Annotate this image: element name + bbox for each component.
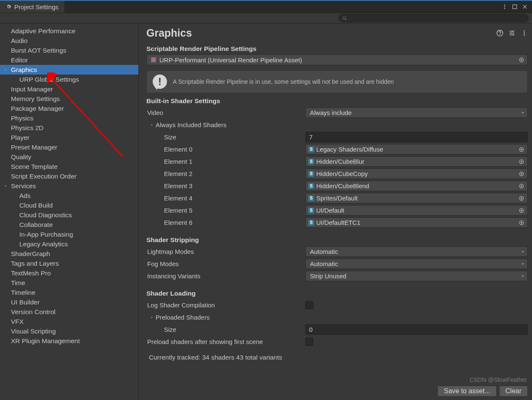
sliders-icon[interactable] xyxy=(508,29,516,37)
video-dropdown[interactable]: Always include xyxy=(305,107,528,118)
sidebar-item-xr-plugin-management[interactable]: XR Plugin Management xyxy=(0,336,138,346)
element-4-label: Element 4 xyxy=(146,195,305,202)
element-1-field[interactable]: SHidden/CubeBlur xyxy=(305,156,528,167)
lightmap-dropdown[interactable]: Automatic xyxy=(305,246,528,257)
sidebar-item-physics-2d[interactable]: Physics 2D xyxy=(0,123,138,133)
save-to-asset-button[interactable]: Save to asset... xyxy=(437,386,496,397)
element-4-field[interactable]: SSprites/Default xyxy=(305,193,528,203)
shader-icon: S xyxy=(308,195,314,201)
sidebar-item-legacy-analytics[interactable]: Legacy Analytics xyxy=(0,239,138,249)
sidebar-item-label: Preset Manager xyxy=(11,144,57,151)
sidebar-item-scene-template[interactable]: Scene Template xyxy=(0,162,138,171)
sidebar-item-label: Time xyxy=(11,279,25,286)
help-icon[interactable] xyxy=(496,29,503,37)
sidebar-item-textmesh-pro[interactable]: TextMesh Pro xyxy=(0,268,138,278)
srp-asset-field[interactable]: URP-Performant (Universal Render Pipelin… xyxy=(146,54,528,65)
object-picker-icon[interactable] xyxy=(517,56,526,64)
sidebar-item-label: Burst AOT Settings xyxy=(11,47,66,54)
kebab-icon[interactable] xyxy=(521,29,528,37)
sidebar-item-label: Services xyxy=(11,182,36,189)
sidebar-item-preset-manager[interactable]: Preset Manager xyxy=(0,142,138,152)
shader-icon: S xyxy=(308,147,314,152)
sidebar-item-ads[interactable]: Ads xyxy=(0,191,138,200)
sidebar-item-label: Tags and Layers xyxy=(11,260,59,267)
fog-dropdown[interactable]: Automatic xyxy=(305,259,528,269)
object-picker-icon[interactable] xyxy=(517,157,526,166)
element-6-label: Element 6 xyxy=(146,219,305,226)
sidebar-item-label: Legacy Analytics xyxy=(19,240,68,248)
sidebar-item-package-manager[interactable]: Package Manager xyxy=(0,104,138,113)
pipeline-asset-icon xyxy=(150,56,157,63)
kebab-icon[interactable] xyxy=(502,4,508,10)
sidebar-item-vfx[interactable]: VFX xyxy=(0,317,138,326)
maximize-icon[interactable] xyxy=(512,4,518,10)
sidebar-item-cloud-build[interactable]: Cloud Build xyxy=(0,200,138,210)
log-shader-label: Log Shader Compilation xyxy=(146,301,305,309)
tab-project-settings[interactable]: Project Settings xyxy=(0,1,65,13)
sidebar-item-shadergraph[interactable]: ShaderGraph xyxy=(0,249,138,259)
sidebar-item-label: Cloud Build xyxy=(19,202,53,209)
element-5-field[interactable]: SUI/Default xyxy=(305,205,528,216)
preload-after-checkbox[interactable] xyxy=(305,338,313,346)
sidebar-item-adaptive-performance[interactable]: Adaptive Performance xyxy=(0,26,138,36)
sidebar-item-services[interactable]: Services xyxy=(0,181,138,191)
sidebar-item-in-app-purchasing[interactable]: In-App Purchasing xyxy=(0,229,138,239)
sidebar-item-quality[interactable]: Quality xyxy=(0,152,138,162)
preload-after-label: Preload shaders after showing first scen… xyxy=(146,338,305,345)
clear-button[interactable]: Clear xyxy=(499,386,528,397)
element-5-label: Element 5 xyxy=(146,207,305,214)
sidebar-item-input-manager[interactable]: Input Manager xyxy=(0,84,138,94)
sidebar-item-memory-settings[interactable]: Memory Settings xyxy=(0,94,138,104)
sidebar-item-collaborate[interactable]: Collaborate xyxy=(0,220,138,229)
object-picker-icon[interactable] xyxy=(517,145,526,154)
element-3-field[interactable]: SHidden/CubeBlend xyxy=(305,181,528,191)
sidebar-item-editor[interactable]: Editor xyxy=(0,55,138,65)
sidebar-item-ui-builder[interactable]: UI Builder xyxy=(0,297,138,307)
preloaded-shaders-label[interactable]: Preloaded Shaders xyxy=(146,314,305,321)
sidebar-item-graphics[interactable]: Graphics xyxy=(0,65,138,75)
sidebar-item-version-control[interactable]: Version Control xyxy=(0,307,138,317)
preloaded-size-field[interactable]: 0 xyxy=(305,324,528,335)
caret-down-icon xyxy=(150,314,154,321)
svg-point-9 xyxy=(524,30,525,32)
svg-point-2 xyxy=(504,8,505,9)
element-6-field[interactable]: SUI/DefaultETC1 xyxy=(305,217,528,228)
element-0-field[interactable]: SLegacy Shaders/Diffuse xyxy=(305,144,528,155)
sidebar-item-script-execution-order[interactable]: Script Execution Order xyxy=(0,171,138,181)
sidebar-item-burst-aot-settings[interactable]: Burst AOT Settings xyxy=(0,45,138,55)
info-bubble-icon: ! xyxy=(153,75,167,89)
sidebar-item-tags-and-layers[interactable]: Tags and Layers xyxy=(0,259,138,268)
log-shader-checkbox[interactable] xyxy=(305,301,313,309)
svg-point-6 xyxy=(512,31,513,32)
sidebar-item-visual-scripting[interactable]: Visual Scripting xyxy=(0,326,138,336)
gear-icon xyxy=(6,4,12,10)
object-picker-icon[interactable] xyxy=(517,206,526,215)
info-box: ! A Scriptable Render Pipeline is in use… xyxy=(146,70,528,93)
sidebar-item-cloud-diagnostics[interactable]: Cloud Diagnostics xyxy=(0,210,138,220)
sidebar-item-timeline[interactable]: Timeline xyxy=(0,288,138,297)
sidebar-item-urp-global-settings[interactable]: URP Global Settings xyxy=(0,75,138,84)
preloaded-size-label: Size xyxy=(146,326,305,333)
sidebar-item-label: Quality xyxy=(11,153,31,160)
object-picker-icon[interactable] xyxy=(517,182,526,190)
object-picker-icon[interactable] xyxy=(517,170,526,178)
object-picker-icon[interactable] xyxy=(517,194,526,203)
close-icon[interactable] xyxy=(522,4,528,10)
sidebar-item-physics[interactable]: Physics xyxy=(0,113,138,123)
sidebar-item-audio[interactable]: Audio xyxy=(0,36,138,45)
content-panel: Graphics Scriptable Render Pipeline Sett… xyxy=(139,24,532,400)
shader-icon: S xyxy=(308,220,314,226)
search-row xyxy=(0,13,532,24)
sidebar-item-label: UI Builder xyxy=(11,299,40,306)
sidebar-item-label: Scene Template xyxy=(11,163,58,170)
instancing-dropdown[interactable]: Strip Unused xyxy=(305,271,528,281)
sidebar-item-player[interactable]: Player xyxy=(0,133,138,142)
always-included-shaders-label[interactable]: Always Included Shaders xyxy=(146,121,305,128)
svg-rect-3 xyxy=(513,5,516,8)
object-picker-icon[interactable] xyxy=(517,219,526,227)
element-2-field[interactable]: SHidden/CubeCopy xyxy=(305,168,528,179)
search-input[interactable] xyxy=(339,14,529,22)
ais-size-field[interactable]: 7 xyxy=(305,132,528,142)
svg-point-8 xyxy=(513,34,514,35)
sidebar-item-time[interactable]: Time xyxy=(0,278,138,288)
